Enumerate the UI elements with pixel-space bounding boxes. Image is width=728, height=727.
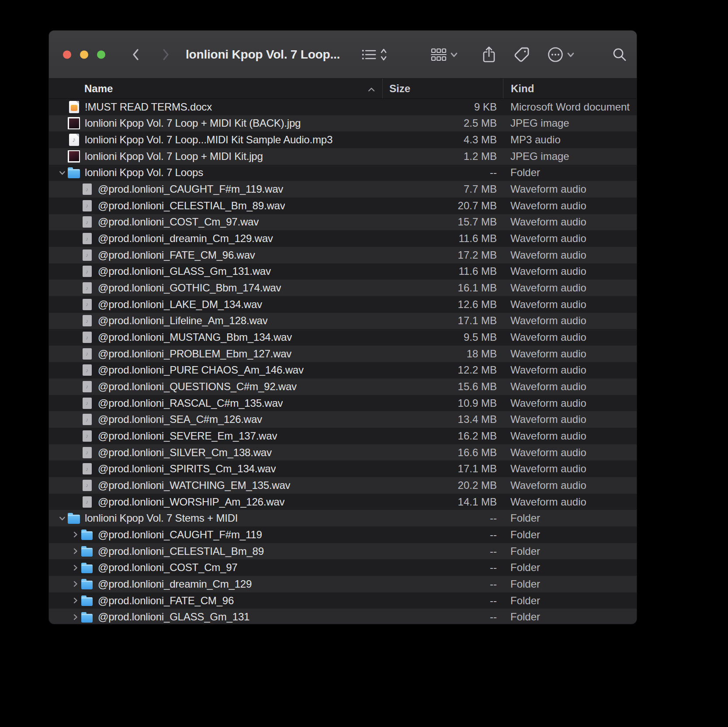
table-row[interactable]: ♪@prod.lonlioni_COST_Cm_97.wav15.7 MBWav… (49, 214, 637, 231)
back-button[interactable] (131, 47, 141, 62)
table-row[interactable]: ♪@prod.lonlioni_GLASS_Gm_131.wav11.6 MBW… (49, 263, 637, 280)
table-row[interactable]: ♪@prod.lonlioni_PROBLEM_Ebm_127.wav18 MB… (49, 346, 637, 362)
file-size: 10.9 MB (382, 397, 503, 409)
table-row[interactable]: ♪@prod.lonlioni_SEA_C#m_126.wav13.4 MBWa… (49, 411, 637, 428)
wav-file-icon: ♪ (80, 215, 94, 228)
table-row[interactable]: ♪@prod.lonlioni_dreamin_Cm_129.wav11.6 M… (49, 230, 637, 247)
table-row[interactable]: ♪@prod.lonlioni_GOTHIC_Bbm_174.wav16.1 M… (49, 280, 637, 296)
file-size: 11.6 MB (382, 232, 503, 245)
chevron-down-icon (450, 52, 458, 58)
chevron-down-icon[interactable] (57, 515, 67, 522)
table-row[interactable]: lonlioni Kpop Vol. 7 Loop + MIDI Kit (BA… (49, 115, 637, 132)
table-row[interactable]: ♪@prod.lonlioni_WORSHIP_Am_126.wav14.1 M… (49, 494, 637, 510)
file-name: @prod.lonlioni_PROBLEM_Ebm_127.wav (98, 348, 291, 360)
table-row[interactable]: @prod.lonlioni_CAUGHT_F#m_119--Folder (49, 526, 637, 543)
table-row[interactable]: lonlioni Kpop Vol. 7 Loops--Folder (49, 165, 637, 181)
table-row[interactable]: @prod.lonlioni_CELESTIAL_Bm_89--Folder (49, 543, 637, 560)
zoom-button[interactable] (97, 50, 105, 59)
folder-icon (80, 561, 94, 574)
file-name: @prod.lonlioni_WATCHING_EM_135.wav (98, 479, 290, 492)
jpeg-thumbnail-icon (67, 117, 80, 130)
table-row[interactable]: ♪@prod.lonlioni_MUSTANG_Bbm_134.wav9.5 M… (49, 329, 637, 346)
table-row[interactable]: ♪@prod.lonlioni_LAKE_DM_134.wav12.6 MBWa… (49, 296, 637, 313)
file-kind: Folder (503, 545, 637, 557)
folder-icon (80, 610, 94, 623)
table-row[interactable]: ♪@prod.lonlioni_SEVERE_Em_137.wav16.2 MB… (49, 428, 637, 444)
file-size: 17.1 MB (382, 315, 503, 327)
table-row[interactable]: @prod.lonlioni_GLASS_Gm_131--Folder (49, 609, 637, 624)
traffic-lights (63, 50, 105, 59)
table-row[interactable]: ♪@prod.lonlioni_CELESTIAL_Bm_89.wav20.7 … (49, 197, 637, 214)
file-size: 16.2 MB (382, 430, 503, 442)
column-header-kind[interactable]: Kind (503, 79, 637, 98)
file-name: @prod.lonlioni_FATE_CM_96.wav (98, 249, 255, 261)
group-by-icon (430, 47, 447, 62)
chevron-right-icon[interactable] (70, 581, 80, 587)
file-name: @prod.lonlioni_dreamin_Cm_129 (98, 578, 252, 590)
table-row[interactable]: ♪@prod.lonlioni_SPIRITS_Cm_134.wav17.1 M… (49, 460, 637, 477)
file-name: @prod.lonlioni_WORSHIP_Am_126.wav (98, 496, 284, 508)
table-row[interactable]: ♪lonlioni Kpop Vol. 7 Loop...MIDI Kit Sa… (49, 132, 637, 148)
share-button[interactable] (482, 46, 496, 63)
table-row[interactable]: ♪@prod.lonlioni_CAUGHT_F#m_119.wav7.7 MB… (49, 181, 637, 197)
table-row[interactable]: lonlioni Kpop Vol. 7 Stems + MIDI--Folde… (49, 510, 637, 526)
table-row[interactable]: lonlioni Kpop Vol. 7 Loop + MIDI Kit.jpg… (49, 148, 637, 165)
file-size: 2.5 MB (382, 117, 503, 129)
table-row[interactable]: @prod.lonlioni_dreamin_Cm_129--Folder (49, 576, 637, 592)
file-name: @prod.lonlioni_SILVER_Cm_138.wav (98, 447, 272, 459)
table-row[interactable]: ♪@prod.lonlioni_QUESTIONS_C#m_92.wav15.6… (49, 378, 637, 395)
chevron-right-icon[interactable] (70, 564, 80, 571)
file-name: @prod.lonlioni_COST_Cm_97 (98, 561, 238, 574)
file-size: -- (382, 595, 503, 607)
file-kind: Waveform audio (503, 216, 637, 228)
folder-icon (80, 594, 94, 607)
file-kind: Waveform audio (503, 348, 637, 360)
column-header-name[interactable]: Name (49, 79, 382, 98)
view-options-button[interactable] (361, 47, 387, 62)
table-row[interactable]: ♪@prod.lonlioni_FATE_CM_96.wav17.2 MBWav… (49, 247, 637, 263)
tag-button[interactable] (513, 46, 530, 63)
table-row[interactable]: !MUST READ TERMS.docx9 KBMicrosoft Word … (49, 99, 637, 115)
column-header-name-label: Name (84, 83, 113, 95)
table-row[interactable]: @prod.lonlioni_FATE_CM_96--Folder (49, 592, 637, 609)
table-row[interactable]: ♪@prod.lonlioni_Lifeline_Am_128.wav17.1 … (49, 313, 637, 329)
file-name: @prod.lonlioni_CAUGHT_F#m_119.wav (98, 183, 283, 195)
file-name: @prod.lonlioni_CELESTIAL_Bm_89 (98, 545, 264, 557)
folder-icon (67, 166, 80, 179)
search-icon (612, 47, 627, 62)
chevron-down-icon[interactable] (57, 170, 67, 176)
close-button[interactable] (63, 50, 71, 59)
minimize-button[interactable] (80, 50, 88, 59)
table-row[interactable]: ♪@prod.lonlioni_WATCHING_EM_135.wav20.2 … (49, 477, 637, 494)
file-kind: Waveform audio (503, 364, 637, 376)
file-kind: Waveform audio (503, 183, 637, 195)
file-size: -- (382, 611, 503, 623)
table-row[interactable]: ♪@prod.lonlioni_PURE CHAOS_Am_146.wav12.… (49, 362, 637, 379)
file-kind: Waveform audio (503, 331, 637, 343)
wav-file-icon: ♪ (80, 364, 94, 377)
column-header-size[interactable]: Size (382, 79, 503, 98)
search-button[interactable] (612, 47, 627, 62)
file-name: @prod.lonlioni_LAKE_DM_134.wav (98, 298, 262, 311)
file-size: 16.6 MB (382, 447, 503, 459)
column-header-size-label: Size (389, 83, 410, 95)
wav-file-icon: ♪ (80, 380, 94, 393)
file-size: 7.7 MB (382, 183, 503, 195)
file-name: @prod.lonlioni_SEVERE_Em_137.wav (98, 430, 277, 442)
tag-icon (513, 46, 530, 63)
group-by-button[interactable] (430, 47, 458, 62)
table-row[interactable]: @prod.lonlioni_COST_Cm_97--Folder (49, 559, 637, 576)
file-size: 4.3 MB (382, 134, 503, 146)
chevron-right-icon[interactable] (70, 614, 80, 620)
more-actions-button[interactable] (547, 46, 575, 63)
file-size: -- (382, 166, 503, 179)
chevron-right-icon[interactable] (70, 597, 80, 604)
wav-file-icon: ♪ (80, 298, 94, 311)
chevron-right-icon[interactable] (70, 548, 80, 554)
file-kind: Folder (503, 512, 637, 524)
table-row[interactable]: ♪@prod.lonlioni_SILVER_Cm_138.wav16.6 MB… (49, 444, 637, 461)
forward-button[interactable] (161, 47, 170, 62)
table-row[interactable]: ♪@prod.lonlioni_RASCAL_C#m_135.wav10.9 M… (49, 395, 637, 412)
file-size: -- (382, 578, 503, 590)
chevron-right-icon[interactable] (70, 531, 80, 538)
